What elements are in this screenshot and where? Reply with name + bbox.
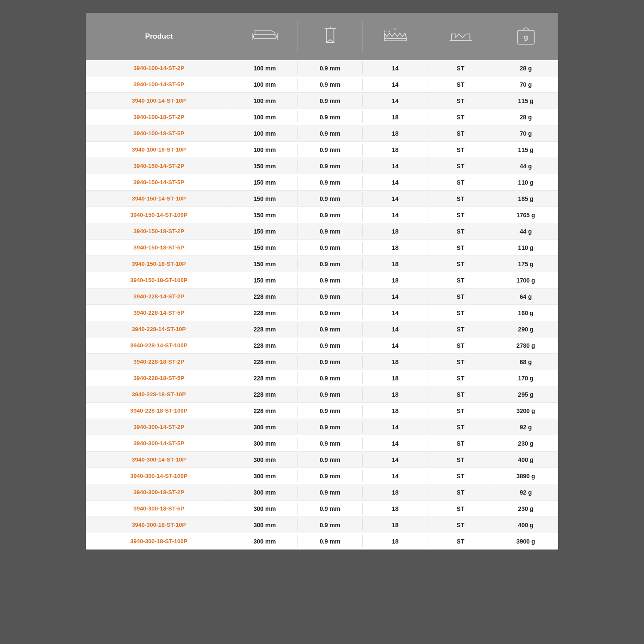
length-cell: 300 mm	[232, 486, 297, 498]
length-cell: 228 mm	[232, 372, 297, 384]
table-row: 3940-300-18-ST-5P300 mm0.9 mm18ST230 g	[86, 501, 558, 517]
type-cell: ST	[428, 389, 493, 401]
thickness-cell: 0.9 mm	[297, 437, 362, 450]
length-cell: 150 mm	[232, 160, 297, 172]
svg-marker-10	[329, 26, 331, 27]
teeth-cell: 18	[362, 372, 428, 384]
type-cell: ST	[428, 437, 493, 450]
teeth-cell: 18	[362, 144, 428, 156]
length-cell: 228 mm	[232, 389, 297, 401]
svg-rect-5	[326, 28, 334, 43]
type-cell: ST	[428, 503, 493, 515]
product-name-cell: 3940-300-14-ST-10P	[86, 454, 232, 465]
table-row: 3940-228-18-ST-5P228 mm0.9 mm18ST170 g	[86, 370, 558, 386]
weight-cell: 92 g	[493, 486, 558, 498]
product-name-cell: 3940-228-18-ST-100P	[86, 405, 232, 416]
length-cell: 228 mm	[232, 323, 297, 335]
table-row: 3940-100-14-ST-10P100 mm0.9 mm14ST115 g	[86, 93, 558, 109]
thickness-cell: 0.9 mm	[297, 421, 362, 433]
type-cell: ST	[428, 405, 493, 417]
teeth-cell: 18	[362, 274, 428, 286]
length-cell: 150 mm	[232, 242, 297, 254]
product-name-cell: 3940-228-14-ST-100P	[86, 340, 232, 351]
weight-cell: 68 g	[493, 356, 558, 368]
product-name-cell: 3940-100-18-ST-5P	[86, 128, 232, 139]
type-cell: ST	[428, 470, 493, 482]
product-name-cell: 3940-228-18-ST-10P	[86, 389, 232, 400]
product-name-cell: 3940-300-18-ST-5P	[86, 503, 232, 514]
product-name-cell: 3940-150-18-ST-2P	[86, 225, 232, 237]
type-cell: ST	[428, 291, 493, 303]
type-cell: ST	[428, 62, 493, 74]
weight-cell: 115 g	[493, 95, 558, 107]
product-name-cell: 3940-100-18-ST-2P	[86, 111, 232, 123]
length-cell: 150 mm	[232, 225, 297, 237]
product-name-cell: 3940-100-14-ST-10P	[86, 95, 232, 106]
thickness-cell: 0.9 mm	[297, 176, 362, 188]
teeth-cell: 18	[362, 535, 428, 547]
weight-cell: 110 g	[493, 176, 558, 188]
weight-cell: 2780 g	[493, 340, 558, 352]
type-cell: ST	[428, 242, 493, 254]
type-icon	[448, 25, 474, 49]
product-name-cell: 3940-150-14-ST-2P	[86, 160, 232, 172]
weight-cell: 28 g	[493, 111, 558, 123]
table-row: 3940-300-14-ST-10P300 mm0.9 mm14ST400 g	[86, 452, 558, 468]
thickness-cell: 0.9 mm	[297, 193, 362, 205]
length-cell: 228 mm	[232, 405, 297, 417]
length-cell: 100 mm	[232, 111, 297, 123]
length-icon	[252, 25, 278, 49]
table-row: 3940-150-14-ST-5P150 mm0.9 mm14ST110 g	[86, 174, 558, 191]
teeth-cell: 14	[362, 340, 428, 352]
teeth-icon: T/″	[383, 25, 408, 49]
length-cell: 150 mm	[232, 274, 297, 286]
thickness-cell: 0.9 mm	[297, 372, 362, 384]
product-name-cell: 3940-150-14-ST-10P	[86, 193, 232, 204]
table-row: 3940-228-14-ST-2P228 mm0.9 mm14ST64 g	[86, 289, 558, 305]
weight-cell: 44 g	[493, 225, 558, 237]
weight-cell: 160 g	[493, 307, 558, 319]
table-row: 3940-228-14-ST-100P228 mm0.9 mm14ST2780 …	[86, 337, 558, 354]
weight-icon: g	[513, 25, 539, 49]
type-column-header	[428, 21, 493, 53]
teeth-cell: 14	[362, 307, 428, 319]
table-row: 3940-300-18-ST-2P300 mm0.9 mm18ST92 g	[86, 484, 558, 501]
weight-cell: 3890 g	[493, 470, 558, 482]
thickness-cell: 0.9 mm	[297, 323, 362, 335]
type-cell: ST	[428, 274, 493, 286]
length-cell: 228 mm	[232, 340, 297, 352]
table-row: 3940-150-18-ST-100P150 mm0.9 mm18ST1700 …	[86, 272, 558, 289]
thickness-cell: 0.9 mm	[297, 111, 362, 123]
weight-cell: 70 g	[493, 79, 558, 91]
type-cell: ST	[428, 535, 493, 547]
svg-marker-6	[326, 39, 334, 43]
product-name-cell: 3940-150-14-ST-5P	[86, 176, 232, 188]
thickness-cell: 0.9 mm	[297, 291, 362, 303]
weight-cell: 44 g	[493, 160, 558, 172]
product-name-cell: 3940-300-18-ST-10P	[86, 519, 232, 531]
type-cell: ST	[428, 454, 493, 466]
type-cell: ST	[428, 372, 493, 384]
teeth-cell: 14	[362, 193, 428, 205]
table-row: 3940-228-14-ST-10P228 mm0.9 mm14ST290 g	[86, 321, 558, 337]
type-cell: ST	[428, 128, 493, 140]
teeth-cell: 14	[362, 209, 428, 221]
teeth-cell: 18	[362, 111, 428, 123]
thickness-cell: 0.9 mm	[297, 356, 362, 368]
table-row: 3940-228-18-ST-2P228 mm0.9 mm18ST68 g	[86, 354, 558, 370]
teeth-column-header: T/″	[362, 21, 428, 53]
product-name-cell: 3940-150-18-ST-100P	[86, 274, 232, 286]
weight-cell: 295 g	[493, 389, 558, 401]
teeth-cell: 18	[362, 242, 428, 254]
thickness-cell: 0.9 mm	[297, 160, 362, 172]
product-name-cell: 3940-228-14-ST-5P	[86, 307, 232, 319]
thickness-cell: 0.9 mm	[297, 454, 362, 466]
table-header: Product	[86, 13, 558, 60]
length-cell: 300 mm	[232, 519, 297, 531]
thickness-cell: 0.9 mm	[297, 258, 362, 270]
type-cell: ST	[428, 225, 493, 237]
type-cell: ST	[428, 111, 493, 123]
length-cell: 300 mm	[232, 503, 297, 515]
product-name-cell: 3940-300-18-ST-2P	[86, 486, 232, 498]
table-row: 3940-100-18-ST-5P100 mm0.9 mm18ST70 g	[86, 125, 558, 142]
